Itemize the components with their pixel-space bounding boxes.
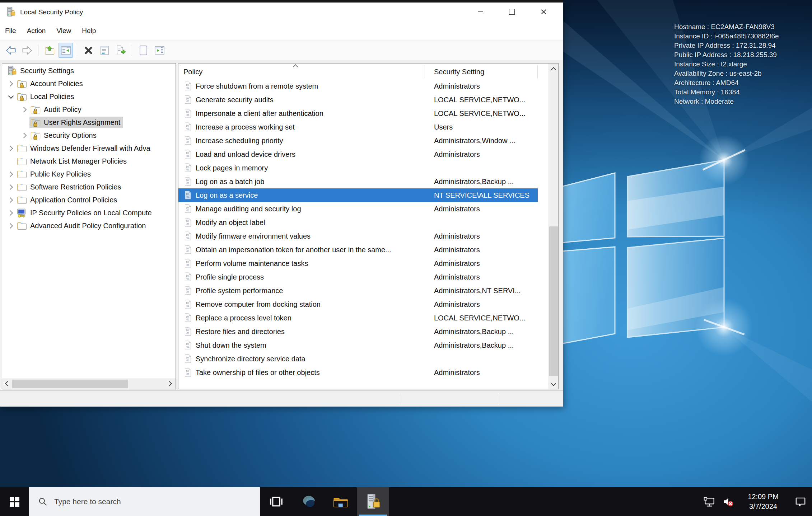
tree-node[interactable]: Security Settings [6,65,77,76]
tree-expander-icon[interactable] [6,182,16,192]
tree-item[interactable]: Account Policies [2,77,176,90]
back-button[interactable] [4,43,18,58]
tree-item[interactable]: Software Restriction Policies [2,180,176,193]
tree-item[interactable]: Application Control Policies [2,193,176,206]
tree-node[interactable]: Advanced Audit Policy Configuration [16,220,149,231]
tree-item[interactable]: User Rights Assignment [2,116,176,129]
action-center-button[interactable] [789,487,812,516]
file-explorer-button[interactable] [325,487,357,516]
export-list-button[interactable] [113,43,128,58]
tree-expander-icon[interactable] [6,221,16,231]
tree-node[interactable]: Windows Defender Firewall with Adva [16,142,153,154]
policy-row[interactable]: Force shutdown from a remote system Admi… [178,79,549,93]
minimize-button[interactable] [465,2,496,22]
policy-row[interactable]: Restore files and directories Administra… [178,325,549,338]
tree-expander-icon[interactable] [6,208,16,218]
column-divider[interactable] [425,65,425,79]
task-view-button[interactable] [260,487,292,516]
policy-row[interactable]: Remove computer from docking station Adm… [178,297,549,311]
tree-horizontal-scrollbar[interactable] [2,379,176,389]
scroll-left-icon[interactable] [4,381,9,386]
tree-expander-icon[interactable] [19,130,29,140]
vertical-scroll-thumb[interactable] [549,226,558,376]
tree-node[interactable]: IP Security Policies on Local Compute [16,207,155,219]
tree-node[interactable]: Account Policies [16,78,86,89]
policy-row[interactable]: Synchronize directory service data [178,352,549,366]
tree-node[interactable]: Security Options [29,130,99,141]
folder-up-button[interactable] [42,43,57,58]
menu-item[interactable]: Help [82,27,96,35]
start-button[interactable] [0,487,29,516]
properties-button[interactable] [97,43,112,58]
column-header-security-setting[interactable]: Security Setting [434,68,484,76]
console-tree-button[interactable] [59,43,73,58]
volume-button[interactable] [719,487,737,516]
scroll-down-icon[interactable] [551,381,556,386]
policy-name: Log on as a service [196,188,258,202]
policy-row[interactable]: Obtain an impersonation token for anothe… [178,243,549,257]
tree-item[interactable]: Security Options [2,129,176,142]
tree-expander-icon[interactable] [6,92,16,102]
policy-row[interactable]: Profile single process Administrators [178,270,549,284]
tree-node[interactable]: Public Key Policies [16,168,94,180]
edge-button[interactable] [292,487,325,516]
policy-row[interactable]: Modify firmware environment values Admin… [178,229,549,243]
policy-row[interactable]: Log on as a batch job Administrators,Bac… [178,175,549,188]
policy-row[interactable]: Take ownership of files or other objects… [178,366,549,379]
tree-expander-icon[interactable] [6,79,16,89]
scroll-right-icon[interactable] [166,381,171,386]
taskbar-search[interactable]: Type here to search [29,487,260,516]
policy-row[interactable]: Generate security audits LOCAL SERVICE,N… [178,93,549,107]
tree-item[interactable]: Local Policies [2,90,176,103]
tree-item[interactable]: IP Security Policies on Local Compute [2,206,176,219]
tree-item[interactable]: Public Key Policies [2,168,176,180]
policy-row[interactable]: Impersonate a client after authenticatio… [178,107,549,120]
tree-expander-icon[interactable] [6,143,16,153]
forward-button[interactable] [20,43,34,58]
column-divider[interactable] [537,65,538,79]
policy-row[interactable]: Replace a process level token LOCAL SERV… [178,311,549,325]
list-vertical-scrollbar[interactable] [549,64,558,389]
tree-item[interactable]: Windows Defender Firewall with Adva [2,142,176,155]
action-pane-button[interactable] [152,43,167,58]
policy-row[interactable]: Lock pages in memory [178,161,549,175]
policy-row[interactable]: Increase a process working set Users [178,120,549,134]
tree-node[interactable]: Audit Policy [29,104,84,115]
policy-row[interactable]: Shut down the system Administrators,Back… [178,338,549,352]
tree-item[interactable]: Audit Policy [2,103,176,116]
tree-item[interactable]: Security Settings [2,64,176,77]
scroll-up-icon[interactable] [551,66,556,71]
maximize-button[interactable] [496,2,528,22]
policy-row[interactable]: Profile system performance Administrator… [178,284,549,297]
delete-button[interactable] [81,43,95,58]
close-button[interactable] [528,2,559,22]
horizontal-scroll-thumb[interactable] [12,380,128,388]
tree-node[interactable]: Local Policies [16,91,77,102]
tree-expander-icon[interactable] [6,195,16,205]
menu-item[interactable]: View [56,27,71,35]
policy-row[interactable]: Log on as a service NT SERVICE\ALL SERVI… [178,188,549,202]
toolbar-separator [77,44,77,56]
tree-expander-icon[interactable] [6,169,16,179]
policy-row[interactable]: Manage auditing and security log Adminis… [178,202,549,216]
tree-item[interactable]: Advanced Audit Policy Configuration [2,219,176,232]
policy-row[interactable]: Modify an object label [178,216,549,229]
help-button[interactable] [136,43,150,58]
tree-node[interactable]: Network List Manager Policies [16,155,130,167]
menu-item[interactable]: Action [27,27,46,35]
tree-node[interactable]: Application Control Policies [16,194,120,206]
policy-row[interactable]: Perform volume maintenance tasks Adminis… [178,257,549,270]
tree-expander-icon[interactable] [19,104,29,114]
menu-item[interactable]: File [5,27,16,35]
properties-icon [99,45,110,56]
column-header-policy[interactable]: Policy [183,68,202,76]
title-bar[interactable]: Local Security Policy [0,2,563,22]
network-button[interactable] [700,487,719,516]
tree-item[interactable]: Network List Manager Policies [2,155,176,168]
taskbar-local-security-policy-button[interactable] [357,487,389,516]
policy-row[interactable]: Load and unload device drivers Administr… [178,147,549,161]
tree-node[interactable]: User Rights Assignment [29,117,123,128]
tree-node[interactable]: Software Restriction Policies [16,181,124,193]
taskbar-clock[interactable]: 12:09 PM 3/7/2024 [742,492,784,511]
policy-row[interactable]: Increase scheduling priority Administrat… [178,134,549,147]
